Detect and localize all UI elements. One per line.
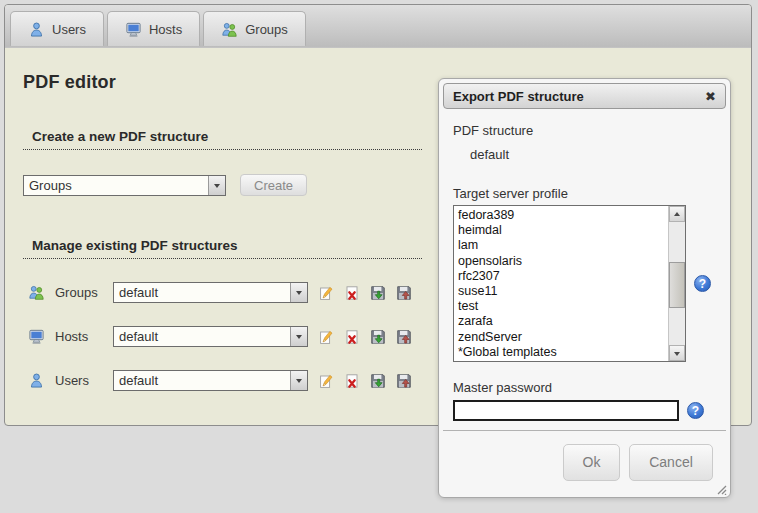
delete-icon[interactable] [344, 329, 360, 345]
tab-groups-label: Groups [245, 22, 288, 37]
cancel-button[interactable]: Cancel [629, 444, 713, 481]
tab-hosts[interactable]: Hosts [107, 11, 200, 46]
host-icon [28, 328, 45, 345]
export-icon[interactable] [370, 285, 386, 301]
users-structure-select[interactable]: default [113, 370, 308, 391]
hosts-structure-select[interactable]: default [113, 326, 308, 347]
import-icon[interactable] [396, 285, 412, 301]
export-icon[interactable] [370, 373, 386, 389]
tab-users-label: Users [52, 22, 86, 37]
delete-icon[interactable] [344, 373, 360, 389]
target-server-profile-listbox[interactable]: fedora389 heimdal lam opensolaris rfc230… [453, 205, 686, 362]
tab-users[interactable]: Users [10, 11, 104, 46]
close-icon[interactable]: ✖ [705, 90, 716, 103]
pdf-structure-value: default [470, 147, 716, 162]
manage-row-hosts: Hosts default [23, 326, 422, 347]
chevron-down-icon[interactable] [208, 176, 225, 195]
profile-option[interactable]: test [458, 299, 681, 314]
structure-type-value: Groups [24, 176, 208, 195]
help-icon[interactable]: ? [687, 402, 704, 419]
pdf-structure-label: PDF structure [453, 123, 716, 138]
edit-icon[interactable] [318, 285, 334, 301]
chevron-down-icon[interactable] [290, 327, 307, 346]
groups-structure-value: default [114, 283, 290, 302]
manage-row-users: Users default [23, 370, 422, 391]
create-button[interactable]: Create [240, 174, 307, 196]
group-icon [221, 21, 238, 38]
user-icon [28, 372, 45, 389]
structure-type-select[interactable]: Groups [23, 175, 226, 196]
scroll-down-icon[interactable] [669, 345, 685, 361]
manage-section-heading: Manage existing PDF structures [23, 238, 422, 259]
export-icon[interactable] [370, 329, 386, 345]
profile-option[interactable]: zarafa [458, 314, 681, 329]
scrollbar-thumb[interactable] [669, 262, 685, 308]
delete-icon[interactable] [344, 285, 360, 301]
user-icon [28, 21, 45, 38]
dialog-body: PDF structure default Target server prof… [439, 113, 730, 421]
profile-option[interactable]: opensolaris [458, 254, 681, 269]
dialog-title: Export PDF structure [453, 89, 584, 104]
master-password-label: Master password [453, 380, 716, 395]
help-icon[interactable]: ? [694, 275, 711, 292]
tab-bar: Users Hosts Groups [5, 5, 751, 48]
edit-icon[interactable] [318, 329, 334, 345]
scroll-up-icon[interactable] [669, 206, 685, 222]
profile-option[interactable]: lam [458, 238, 681, 253]
chevron-down-icon[interactable] [290, 283, 307, 302]
chevron-down-icon[interactable] [290, 371, 307, 390]
create-row: Groups Create [23, 174, 422, 196]
hosts-structure-value: default [114, 327, 290, 346]
manage-row-label: Users [55, 373, 113, 388]
host-icon [125, 21, 142, 38]
ok-button[interactable]: Ok [563, 444, 620, 481]
tab-hosts-label: Hosts [149, 22, 182, 37]
edit-icon[interactable] [318, 373, 334, 389]
manage-row-label: Hosts [55, 329, 113, 344]
profile-option[interactable]: zendServer [458, 330, 681, 345]
create-section-heading: Create a new PDF structure [23, 129, 422, 150]
target-server-profile-label: Target server profile [453, 186, 716, 201]
import-icon[interactable] [396, 329, 412, 345]
users-structure-value: default [114, 371, 290, 390]
groups-structure-select[interactable]: default [113, 282, 308, 303]
profile-option[interactable]: fedora389 [458, 208, 681, 223]
manage-row-groups: Groups default [23, 282, 422, 303]
create-section: Create a new PDF structure Groups Create [23, 129, 422, 196]
master-password-input[interactable] [453, 400, 679, 421]
profile-option[interactable]: *Global templates [458, 345, 681, 360]
manage-section: Manage existing PDF structures Groups de… [23, 238, 422, 391]
dialog-footer: Ok Cancel [443, 430, 726, 493]
profile-option[interactable]: rfc2307 [458, 269, 681, 284]
resize-handle[interactable] [714, 481, 727, 494]
import-icon[interactable] [396, 373, 412, 389]
profile-list: fedora389 heimdal lam opensolaris rfc230… [454, 206, 685, 362]
manage-row-label: Groups [55, 285, 113, 300]
export-pdf-dialog: Export PDF structure ✖ PDF structure def… [438, 78, 731, 498]
dialog-titlebar[interactable]: Export PDF structure ✖ [443, 83, 726, 109]
tab-groups[interactable]: Groups [203, 11, 306, 46]
profile-option[interactable]: heimdal [458, 223, 681, 238]
listbox-scrollbar[interactable] [668, 206, 685, 361]
profile-option[interactable]: suse11 [458, 284, 681, 299]
group-icon [28, 284, 45, 301]
page-background: { "tabs": [ { "label": "Users", "icon": … [0, 0, 758, 513]
